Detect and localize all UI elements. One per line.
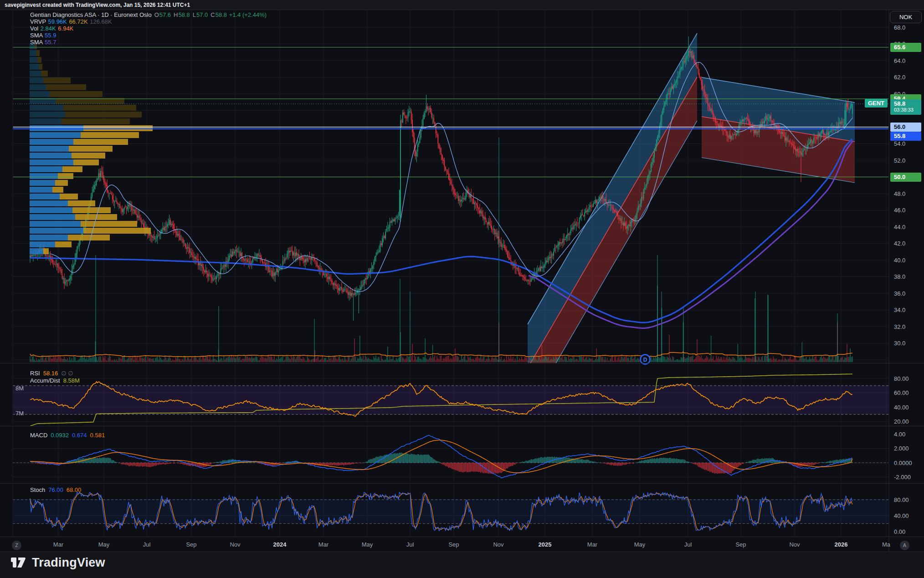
tradingview-window: { "topbar": {"text": "savepiginvest crea… [0, 0, 924, 578]
svg-text:34.0: 34.0 [894, 307, 905, 313]
svg-text:Sep: Sep [735, 541, 746, 548]
svg-text:D: D [643, 357, 647, 363]
svg-text:Mar: Mar [318, 541, 329, 548]
svg-text:May: May [98, 541, 110, 548]
svg-text:Jul: Jul [143, 541, 151, 548]
tradingview-logo-text: TradingView [32, 556, 105, 570]
symbol-title[interactable]: Gentian Diagnostics ASA · 1D · Euronext … [30, 11, 152, 18]
svg-text:Sep: Sep [448, 541, 459, 548]
svg-text:Nov: Nov [230, 541, 241, 548]
tradingview-logo-icon [11, 555, 27, 570]
ohlc-key: L [193, 11, 196, 18]
legend-row-sma[interactable]: SMA 55.9 [30, 32, 267, 39]
created-with-bar: savepiginvest created with TradingView.c… [0, 0, 924, 10]
ohlc-value: 58.8 [178, 11, 190, 18]
price-axis-label-55.8: 55.8 [890, 132, 921, 141]
svg-text:38.0: 38.0 [894, 273, 905, 280]
change-value: +1.4 (+2.44%) [229, 11, 267, 18]
symbol-price-flag: GENT [865, 99, 888, 107]
rsi-legend[interactable]: RSI58.16∅ ∅ [30, 370, 76, 377]
svg-text:68.0: 68.0 [894, 24, 905, 31]
svg-text:44.0: 44.0 [894, 224, 905, 230]
svg-text:-2.000: -2.000 [894, 474, 911, 481]
chart-canvas[interactable]: D68.066.064.062.060.058.056.054.052.050.… [0, 0, 924, 578]
timezone-button[interactable]: Z [12, 541, 21, 550]
price-axis-label-56.0: 56.0 [890, 123, 921, 132]
svg-text:30.0: 30.0 [894, 340, 905, 347]
ohlc-key: C [210, 11, 215, 18]
autoscale-button[interactable]: A [900, 541, 909, 550]
svg-text:8M: 8M [15, 385, 24, 392]
currency-button[interactable]: NOK [890, 11, 922, 23]
svg-text:80.00: 80.00 [894, 496, 909, 503]
svg-text:36.0: 36.0 [894, 290, 905, 297]
svg-text:Jul: Jul [684, 541, 692, 548]
ohlc-key: O [154, 11, 159, 18]
svg-text:40.00: 40.00 [894, 512, 909, 519]
svg-text:Nov: Nov [789, 541, 800, 548]
svg-text:Nov: Nov [493, 541, 504, 548]
svg-text:May: May [362, 541, 373, 548]
svg-text:62.0: 62.0 [894, 74, 905, 81]
macd-legend[interactable]: MACD0.09320.6740.581 [30, 432, 108, 439]
ohlc-values: O57.6H58.8L57.0C58.8 [152, 11, 227, 18]
svg-text:42.0: 42.0 [894, 240, 905, 247]
svg-text:Sep: Sep [186, 541, 196, 548]
svg-text:46.0: 46.0 [894, 207, 905, 214]
ohlc-value: 57.0 [196, 11, 208, 18]
main-legend[interactable]: Gentian Diagnostics ASA · 1D · Euronext … [30, 12, 267, 46]
svg-text:54.0: 54.0 [894, 140, 905, 147]
svg-text:Mar: Mar [53, 541, 64, 548]
svg-text:60.00: 60.00 [894, 389, 909, 396]
dividend-marker[interactable]: D [641, 355, 650, 364]
svg-text:7M: 7M [15, 410, 24, 417]
legend-row-sma[interactable]: SMA 55.7 [30, 39, 267, 46]
svg-text:64.0: 64.0 [894, 57, 905, 64]
ohlc-key: H [174, 11, 178, 18]
accum-legend[interactable]: Accum/Dist8.58M [30, 377, 83, 384]
svg-text:2.000: 2.000 [894, 445, 909, 452]
price-axis-label-65.6: 65.6 [890, 43, 921, 52]
price-axis-label-58.8: 58.803:38:33 [890, 99, 921, 115]
svg-text:20.00: 20.00 [894, 418, 909, 425]
svg-text:0.00: 0.00 [894, 528, 905, 535]
svg-text:Mar: Mar [587, 541, 598, 548]
svg-text:32.0: 32.0 [894, 323, 905, 330]
stoch-legend[interactable]: Stoch76.0068.00 [30, 486, 84, 493]
svg-text:0.0000: 0.0000 [894, 460, 912, 466]
svg-text:40.00: 40.00 [894, 404, 909, 411]
svg-text:2025: 2025 [539, 541, 552, 548]
svg-text:40.0: 40.0 [894, 257, 905, 264]
ohlc-value: 57.6 [159, 11, 171, 18]
legend-row-vrvp[interactable]: VRVP 59.96K 66.72K 126.68K [30, 19, 267, 26]
svg-text:May: May [634, 541, 646, 548]
legend-row-vol[interactable]: Vol 2.84K 6.94K [30, 26, 267, 32]
svg-text:Jul: Jul [406, 541, 414, 548]
ohlc-value: 58.8 [216, 11, 227, 18]
svg-text:80.00: 80.00 [894, 375, 909, 382]
svg-text:48.0: 48.0 [894, 190, 905, 197]
symbol-title-row: Gentian Diagnostics ASA · 1D · Euronext … [30, 12, 267, 19]
price-axis-label-50.0: 50.0 [890, 173, 921, 182]
svg-text:Ma: Ma [882, 541, 891, 548]
tradingview-logo[interactable]: TradingView [11, 555, 105, 570]
svg-text:4.00: 4.00 [894, 431, 905, 438]
svg-text:2026: 2026 [835, 541, 848, 548]
svg-text:52.0: 52.0 [894, 157, 905, 164]
svg-text:2024: 2024 [273, 541, 287, 548]
